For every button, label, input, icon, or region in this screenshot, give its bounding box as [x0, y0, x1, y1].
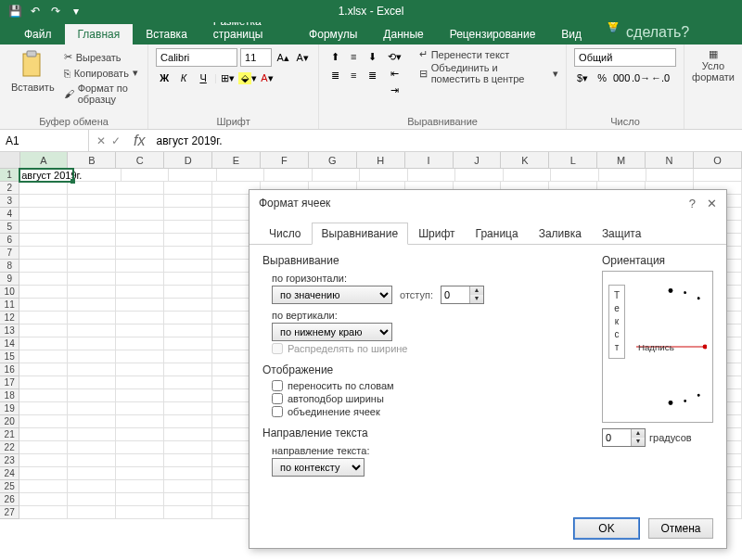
cell[interactable]: [116, 325, 164, 337]
italic-button[interactable]: К: [175, 70, 192, 86]
cell[interactable]: [68, 260, 116, 273]
cell[interactable]: [68, 480, 116, 493]
decrease-decimal-button[interactable]: ←.0: [652, 70, 669, 86]
row-header[interactable]: 17: [0, 376, 19, 389]
row-header[interactable]: 25: [0, 480, 19, 493]
tab-review[interactable]: Рецензирование: [437, 24, 549, 45]
cell[interactable]: [164, 260, 212, 273]
tab-view[interactable]: Вид: [548, 24, 595, 45]
paste-button[interactable]: Вставить: [7, 48, 58, 106]
orientation-button[interactable]: ⟲▾: [386, 48, 403, 65]
row-header[interactable]: 7: [0, 247, 19, 260]
cell[interactable]: [19, 506, 68, 519]
cell[interactable]: [68, 415, 116, 428]
cell[interactable]: [19, 195, 68, 208]
cell[interactable]: [19, 312, 68, 325]
cell[interactable]: [19, 350, 68, 363]
cell[interactable]: [455, 169, 503, 182]
cell[interactable]: [68, 389, 116, 402]
cell[interactable]: [164, 480, 212, 493]
orientation-control[interactable]: Текст: [602, 271, 713, 423]
cell[interactable]: [164, 221, 212, 234]
save-icon[interactable]: 💾: [7, 4, 22, 19]
col-header-M[interactable]: M: [597, 152, 646, 168]
cell[interactable]: [68, 363, 116, 376]
tab-formulas[interactable]: Формулы: [296, 24, 370, 45]
cell[interactable]: [116, 273, 164, 286]
cell[interactable]: [19, 286, 68, 299]
cell[interactable]: [19, 273, 68, 286]
percent-button[interactable]: %: [594, 70, 610, 86]
shrink-checkbox[interactable]: [272, 393, 283, 404]
row-header[interactable]: 16: [0, 363, 19, 376]
cell[interactable]: [164, 441, 212, 454]
close-icon[interactable]: ✕: [707, 197, 717, 210]
cut-button[interactable]: ✂Вырезать: [62, 50, 140, 64]
cell[interactable]: [19, 376, 68, 389]
format-painter-button[interactable]: 🖌Формат по образцу: [62, 82, 140, 106]
align-left-button[interactable]: ≣: [326, 67, 343, 83]
dlg-tab-border[interactable]: Граница: [466, 223, 529, 245]
cell[interactable]: [68, 454, 116, 467]
indent-value[interactable]: [441, 286, 469, 303]
cell[interactable]: [164, 415, 212, 428]
cell[interactable]: [551, 169, 598, 182]
col-header-H[interactable]: H: [357, 152, 405, 168]
row-header[interactable]: 10: [0, 286, 19, 299]
cell[interactable]: [164, 312, 212, 325]
cell[interactable]: [164, 376, 212, 389]
cell[interactable]: [164, 467, 212, 480]
underline-button[interactable]: Ч: [195, 70, 211, 86]
cell[interactable]: [116, 221, 164, 234]
enter-formula-icon[interactable]: ✓: [111, 134, 121, 147]
cell[interactable]: [19, 299, 68, 312]
col-header-C[interactable]: C: [116, 152, 164, 168]
row-header[interactable]: 24: [0, 467, 19, 480]
col-header-O[interactable]: O: [694, 152, 742, 168]
cell[interactable]: [217, 169, 264, 182]
row-header[interactable]: 21: [0, 428, 19, 441]
cell[interactable]: [19, 441, 68, 454]
fx-icon[interactable]: fx: [128, 133, 150, 149]
row-header[interactable]: 19: [0, 402, 19, 415]
row-header[interactable]: 20: [0, 415, 19, 428]
col-header-I[interactable]: I: [405, 152, 454, 168]
cell[interactable]: [68, 247, 116, 260]
cell[interactable]: [116, 299, 164, 312]
undo-icon[interactable]: ↶: [28, 4, 43, 19]
help-icon[interactable]: ?: [689, 197, 696, 210]
bold-button[interactable]: Ж: [156, 70, 173, 86]
row-header[interactable]: 18: [0, 389, 19, 402]
cell[interactable]: [116, 441, 164, 454]
cell[interactable]: [19, 260, 68, 273]
cell[interactable]: [164, 286, 212, 299]
dlg-tab-alignment[interactable]: Выравнивание: [312, 223, 409, 245]
font-color-button[interactable]: A▾: [259, 70, 275, 86]
wrap-text-checkbox[interactable]: [272, 380, 283, 391]
cell[interactable]: [164, 273, 212, 286]
cell[interactable]: [68, 350, 116, 363]
cell[interactable]: [19, 221, 68, 234]
dialog-titlebar[interactable]: Формат ячеек ? ✕: [249, 190, 726, 216]
row-header[interactable]: 2: [0, 182, 19, 195]
cell[interactable]: [164, 234, 212, 247]
indent-spinner[interactable]: ▲▼: [441, 286, 484, 304]
dlg-tab-protection[interactable]: Защита: [592, 223, 652, 245]
row-header[interactable]: 8: [0, 260, 19, 273]
cell[interactable]: [116, 312, 164, 325]
col-header-F[interactable]: F: [261, 152, 309, 168]
cell[interactable]: [116, 363, 164, 376]
orientation-vertical-text[interactable]: Текст: [608, 285, 625, 359]
tab-home[interactable]: Главная: [65, 24, 134, 45]
cell[interactable]: [19, 182, 68, 195]
cell[interactable]: [68, 182, 116, 195]
decrease-indent-button[interactable]: ⇤: [386, 65, 403, 82]
cell[interactable]: [164, 428, 212, 441]
name-box[interactable]: A1: [0, 130, 89, 151]
vertical-combo[interactable]: по нижнему краю: [272, 323, 392, 341]
select-all-corner[interactable]: [0, 152, 20, 168]
cell[interactable]: [68, 273, 116, 286]
row-header[interactable]: 1: [0, 169, 19, 182]
cell[interactable]: [360, 169, 407, 182]
cell[interactable]: [164, 182, 212, 195]
